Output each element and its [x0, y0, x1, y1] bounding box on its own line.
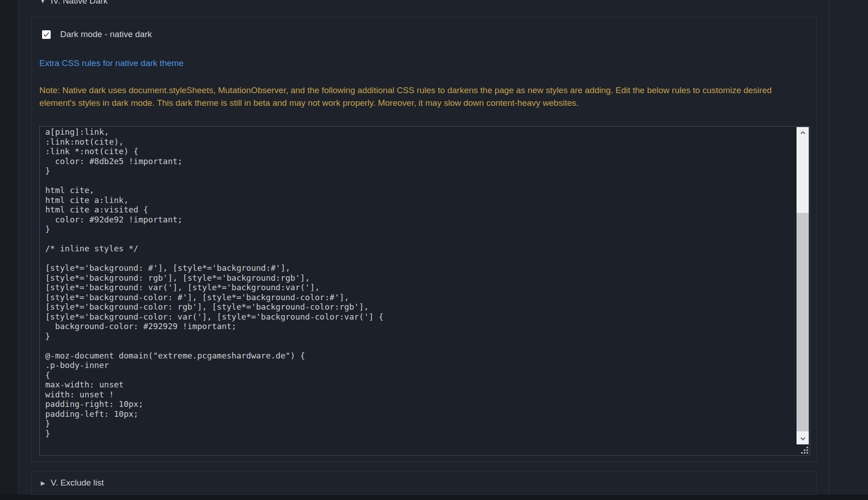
native-dark-note: Note: Native dark uses document.styleShe…	[39, 84, 799, 109]
css-rules-textarea[interactable]: a[ping]:link, :link:not(cite), :link *:n…	[40, 127, 810, 455]
checkmark-icon	[43, 32, 49, 37]
section-title: V. Exclude list	[51, 478, 104, 488]
exclude-list-section-box: ▶ V. Exclude list	[31, 471, 817, 495]
scroll-up-button[interactable]	[797, 127, 809, 139]
dark-mode-checkbox-label: Dark mode - native dark	[60, 29, 152, 39]
dark-mode-checkbox-row[interactable]: Dark mode - native dark	[42, 28, 152, 40]
page-bottom-band	[0, 495, 868, 500]
extra-css-rules-link[interactable]: Extra CSS rules for native dark theme	[39, 58, 184, 68]
page-right-border	[829, 0, 830, 500]
section-title: IV. Native Dark	[51, 0, 108, 6]
section-header-exclude-list[interactable]: ▶ V. Exclude list	[41, 472, 104, 494]
resize-grip-icon[interactable]	[801, 446, 808, 454]
scroll-down-button[interactable]	[797, 433, 809, 444]
chevron-down-icon	[800, 437, 806, 440]
editor-vertical-scrollbar[interactable]	[797, 127, 809, 444]
css-rules-editor-container: a[ping]:link, :link:not(cite), :link *:n…	[39, 126, 810, 456]
section-header-native-dark[interactable]: ▼ IV. Native Dark	[40, 0, 108, 6]
dark-mode-checkbox[interactable]	[42, 30, 51, 39]
chevron-up-icon	[800, 131, 806, 135]
native-dark-section-box: Dark mode - native dark Extra CSS rules …	[31, 17, 817, 462]
collapse-arrow-icon: ▶	[41, 480, 45, 486]
collapse-arrow-icon: ▼	[40, 0, 46, 5]
scrollbar-thumb[interactable]	[797, 213, 809, 431]
page-left-margin	[0, 0, 19, 500]
